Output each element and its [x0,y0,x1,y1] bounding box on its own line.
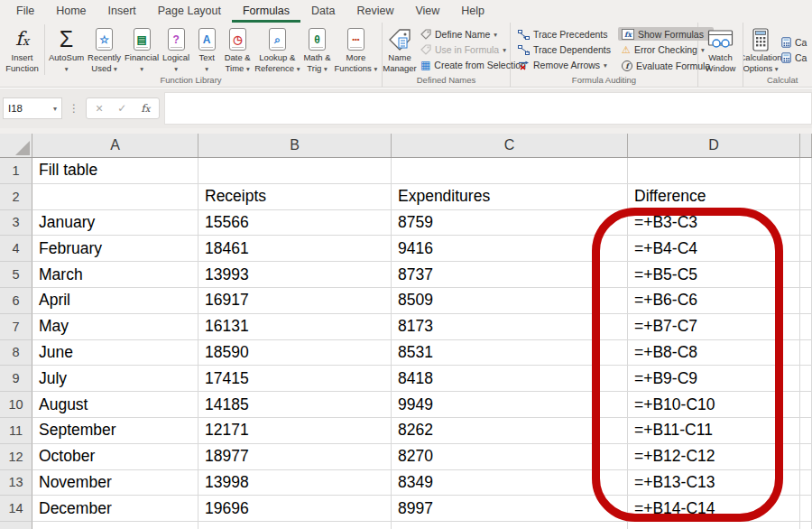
row-header-10[interactable]: 10 [0,392,32,418]
cell-B14[interactable]: 19696 [198,496,392,522]
cell-E4[interactable] [800,236,812,262]
cell-A6[interactable]: April [32,288,198,314]
cell-D1[interactable] [628,158,800,184]
cell-A3[interactable]: January [32,210,198,237]
cell-D6[interactable]: =+B6-C6 [628,288,800,314]
cell-D14[interactable]: =+B14-C14 [628,496,800,522]
cell-B8[interactable]: 18590 [198,340,392,367]
row-header-8[interactable]: 8 [0,340,32,367]
tab-review[interactable]: Review [346,0,404,23]
cell-A2[interactable] [32,184,198,210]
cell-B3[interactable]: 15566 [198,210,392,237]
cell-C15[interactable] [392,522,628,529]
row-header-12[interactable]: 12 [0,444,32,470]
text-button[interactable]: AText▾ [191,24,222,75]
cancel-icon[interactable]: × [96,101,103,116]
cell-B11[interactable]: 12171 [198,418,392,444]
insert-function-fx-icon[interactable]: fx [141,102,150,115]
select-all-corner[interactable] [0,134,32,157]
cell-B1[interactable] [198,158,392,184]
cell-D7[interactable]: =+B7-C7 [628,314,800,340]
row-header-7[interactable]: 7 [0,314,32,340]
remove-arrows-button[interactable]: Remove Arrows ▾ [514,59,614,71]
row-header-9[interactable]: 9 [0,366,32,392]
cell-D3[interactable]: =+B3-C3 [628,210,800,237]
cell-D5[interactable]: =+B5-C5 [628,262,800,288]
row-header-15[interactable]: 15 [0,522,32,529]
cell-E6[interactable] [800,288,812,314]
cell-D10[interactable]: =+B10-C10 [628,392,800,418]
cell-D4[interactable]: =+B4-C4 [628,236,800,262]
cell-E5[interactable] [800,262,812,288]
cell-E11[interactable] [800,418,812,444]
column-header-D[interactable]: D [628,134,800,157]
trace-precedents-button[interactable]: Trace Precedents [514,28,614,41]
cell-C8[interactable]: 8531 [392,340,628,367]
calculate-button-cut-1[interactable]: Ca [778,36,810,49]
cell-E2[interactable] [800,184,812,210]
cell-A5[interactable]: March [32,262,198,288]
row-header-2[interactable]: 2 [0,184,32,210]
cell-B13[interactable]: 13998 [198,470,392,497]
tab-file[interactable]: File [5,0,45,23]
cell-A9[interactable]: July [32,366,198,392]
column-header-C[interactable]: C [392,134,628,157]
recently-used-button[interactable]: ☆RecentlyUsed ▾ [86,24,123,75]
watch-window-button[interactable]: Watch Window [700,24,741,85]
cell-D11[interactable]: =+B11-C11 [628,418,800,444]
cell-A7[interactable]: May [32,314,198,340]
row-header-4[interactable]: 4 [0,236,32,262]
cell-C14[interactable]: 8997 [392,496,628,522]
cell-C10[interactable]: 9949 [392,392,628,418]
cell-A4[interactable]: February [32,236,198,262]
financial-button[interactable]: ▤Financial▾ [123,24,161,75]
row-header-3[interactable]: 3 [0,210,32,237]
cell-C5[interactable]: 8737 [392,262,628,288]
tab-insert[interactable]: Insert [97,0,147,23]
cell-C12[interactable]: 8270 [392,444,628,470]
cell-E3[interactable] [800,210,812,237]
cell-E14[interactable] [800,496,812,522]
row-header-6[interactable]: 6 [0,288,32,314]
autosum-button[interactable]: ΣAutoSum▾ [47,24,86,75]
row-header-5[interactable]: 5 [0,262,32,288]
more-functions-button[interactable]: •••MoreFunctions ▾ [333,24,380,75]
cell-B15[interactable] [198,522,392,529]
tab-formulas[interactable]: Formulas [232,0,300,23]
cell-D15[interactable] [628,522,800,529]
cell-D13[interactable]: =+B13-C13 [628,470,800,497]
cell-C7[interactable]: 8173 [392,314,628,340]
cell-C6[interactable]: 8509 [392,288,628,314]
lookup-reference-button[interactable]: ⌕Lookup &Reference ▾ [253,24,301,75]
cell-C11[interactable]: 8262 [392,418,628,444]
cell-E1[interactable] [800,158,812,184]
cell-A8[interactable]: June [32,340,198,367]
cell-E7[interactable] [800,314,812,340]
cell-B6[interactable]: 16917 [198,288,392,314]
cell-D12[interactable]: =+B12-C12 [628,444,800,470]
cell-B2[interactable]: Receipts [198,184,392,210]
calculate-button-cut-2[interactable]: Ca [778,51,810,64]
cell-B10[interactable]: 14185 [198,392,392,418]
row-header-1[interactable]: 1 [0,158,32,184]
cell-A14[interactable]: December [32,496,198,522]
cell-C13[interactable]: 8349 [392,470,628,497]
cell-A12[interactable]: October [32,444,198,470]
tab-help[interactable]: Help [450,0,495,23]
cell-C9[interactable]: 8418 [392,366,628,392]
cell-C1[interactable] [392,158,628,184]
tab-page-layout[interactable]: Page Layout [147,0,232,23]
column-header-A[interactable]: A [32,134,198,157]
name-box[interactable]: I18 ▾ [3,97,62,119]
date-time-button[interactable]: ◷Date &Time ▾ [222,24,253,75]
cell-C4[interactable]: 9416 [392,236,628,262]
trace-dependents-button[interactable]: Trace Dependents [514,43,614,56]
cell-E8[interactable] [800,340,812,367]
enter-icon[interactable]: ✓ [117,102,126,115]
cell-A11[interactable]: September [32,418,198,444]
column-header-partial[interactable] [800,134,812,157]
column-header-B[interactable]: B [198,134,392,157]
cell-B7[interactable]: 16131 [198,314,392,340]
tab-data[interactable]: Data [300,0,346,23]
cell-B5[interactable]: 13993 [198,262,392,288]
